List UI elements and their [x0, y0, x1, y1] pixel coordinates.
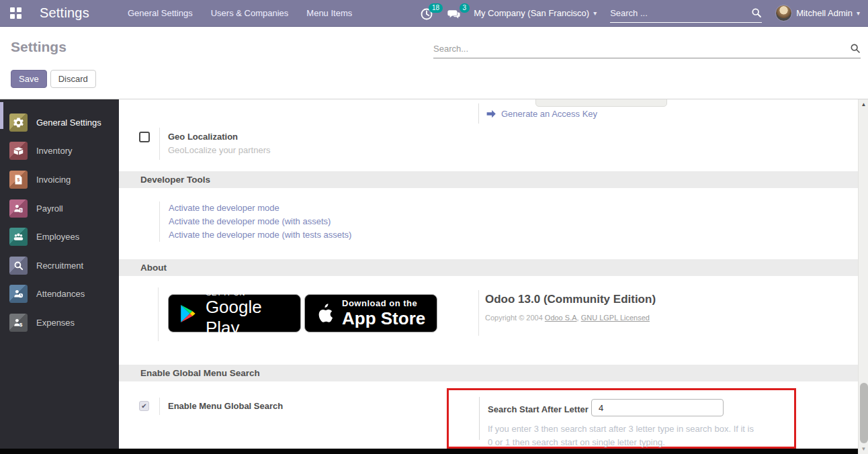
apps-menu-icon[interactable]	[10, 7, 21, 19]
scrollbar-thumb[interactable]	[860, 383, 868, 443]
discard-button[interactable]: Discard	[50, 70, 96, 88]
bottom-black-bar	[0, 449, 858, 454]
badge-tagline: GET IT ON	[206, 289, 300, 297]
sidebar-item-attendances[interactable]: Attendances	[0, 280, 119, 309]
generate-access-key-link[interactable]: Generate an Access Key	[478, 103, 597, 124]
enable-menu-global-search-label[interactable]: Enable Menu Global Search	[168, 401, 283, 411]
search-icon[interactable]	[751, 7, 762, 18]
copyright-text: Copyright © 2004	[485, 314, 545, 322]
sidebar-item-employees[interactable]: Employees	[0, 222, 119, 251]
control-panel: Settings Save Discard	[0, 27, 868, 99]
google-play-icon	[179, 304, 197, 323]
filter-search	[433, 39, 861, 58]
divider	[159, 128, 160, 160]
chat-icon	[447, 7, 461, 21]
help-line-2: 0 or 1 then search start on single lette…	[488, 436, 754, 449]
magnifier-icon	[9, 257, 28, 275]
divider	[158, 287, 159, 341]
navbar-search	[610, 4, 762, 23]
badge-store-name: App Store	[342, 308, 425, 329]
sidebar-item-invoicing[interactable]: $ Invoicing	[0, 165, 119, 194]
developer-links: Activate the developer mode Activate the…	[159, 201, 351, 242]
user-name: Mitchell Admin	[796, 8, 853, 18]
lgpl-license-link[interactable]: GNU LGPL Licensed	[581, 314, 650, 322]
app-store-badge[interactable]: Download on the App Store	[304, 294, 437, 332]
payroll-icon: $	[9, 199, 28, 218]
section-header-global-menu-search: Enable Global Menu Search	[119, 365, 858, 381]
copyright-line: Copyright © 2004 Odoo S.A, GNU LGPL Lice…	[485, 314, 650, 322]
section-header-about: About	[119, 259, 858, 276]
message-count-badge: 3	[460, 3, 470, 13]
search-icon[interactable]	[850, 43, 861, 54]
odoo-sa-link[interactable]: Odoo S.A	[545, 314, 577, 322]
badge-tagline: Download on the	[342, 298, 425, 308]
geo-localization-subtitle: GeoLocalize your partners	[168, 145, 270, 155]
access-key-label: Generate an Access Key	[501, 109, 597, 119]
avatar	[775, 5, 792, 21]
top-navbar: Settings General Settings Users & Compan…	[0, 0, 868, 27]
badge-store-name: Google Play	[206, 297, 300, 338]
search-start-after-letter-input[interactable]	[591, 399, 724, 416]
search-start-after-letter-label: Search Start After Letter	[488, 404, 589, 414]
page-title: Settings	[11, 39, 67, 55]
menu-menu-items[interactable]: Menu Items	[306, 8, 352, 18]
scroll-up-icon[interactable]: ▲	[859, 101, 868, 107]
people-icon	[9, 228, 28, 246]
highlighted-field-group: Search Start After Letter If you enter 3…	[447, 388, 796, 449]
google-play-badge[interactable]: GET IT ON Google Play	[168, 294, 301, 332]
sidebar-item-general-settings[interactable]: General Settings	[0, 108, 119, 137]
sidebar-scrollbar-thumb[interactable]	[0, 102, 3, 129]
svg-text:$: $	[17, 177, 19, 183]
sidebar-item-inventory[interactable]: Inventory	[0, 137, 119, 166]
activity-menu[interactable]: 18	[420, 6, 437, 21]
menu-users-companies[interactable]: Users & Companies	[211, 8, 289, 18]
navbar-search-input[interactable]	[610, 8, 751, 18]
invoice-icon: $	[9, 171, 28, 189]
svg-text:$: $	[20, 209, 22, 212]
chevron-down-icon: ▾	[857, 9, 860, 17]
sidebar-item-label: Inventory	[36, 146, 72, 156]
settings-sidebar: General Settings Inventory $ Invoicing $…	[0, 99, 119, 449]
sidebar-item-expenses[interactable]: $ Expenses	[0, 308, 119, 337]
sidebar-item-label: General Settings	[36, 118, 101, 128]
chevron-down-icon: ▾	[593, 9, 597, 17]
activate-dev-mode-assets-link[interactable]: Activate the developer mode (with assets…	[169, 215, 351, 228]
check-icon: ✔	[141, 402, 146, 410]
divider	[479, 397, 480, 440]
menu-general-settings[interactable]: General Settings	[128, 8, 193, 18]
scroll-down-icon[interactable]: ▼	[859, 446, 868, 452]
help-line-1: If you enter 3 then search start after 3…	[488, 422, 754, 436]
user-menu[interactable]: Mitchell Admin ▾	[775, 5, 860, 21]
gear-icon	[9, 114, 28, 132]
expense-icon: $	[9, 314, 28, 332]
attendance-icon	[9, 285, 28, 303]
app-menu: General Settings Users & Companies Menu …	[128, 8, 352, 18]
activity-count-badge: 18	[429, 3, 443, 13]
box-icon	[9, 142, 28, 160]
sidebar-item-recruitment[interactable]: Recruitment	[0, 251, 119, 280]
sidebar-item-label: Expenses	[36, 318, 75, 328]
apple-icon	[316, 304, 333, 324]
geo-localization-title[interactable]: Geo Localization	[168, 132, 270, 142]
sidebar-item-label: Invoicing	[36, 175, 71, 185]
divider	[478, 290, 479, 336]
app-title: Settings	[40, 5, 89, 21]
page-scrollbar[interactable]: ▲ ▼	[858, 99, 868, 454]
company-switcher[interactable]: My Company (San Francisco) ▾	[474, 8, 597, 18]
activate-dev-mode-tests-link[interactable]: Activate the developer mode (with tests …	[169, 228, 351, 242]
sidebar-item-label: Employees	[36, 232, 79, 242]
divider	[159, 398, 160, 415]
svg-text:$: $	[19, 322, 23, 328]
filter-search-input[interactable]	[433, 44, 850, 54]
messages-menu[interactable]: 3	[447, 6, 464, 21]
sidebar-item-label: Recruitment	[36, 261, 83, 271]
enable-menu-global-search-checkbox[interactable]: ✔	[139, 401, 149, 411]
activate-dev-mode-link[interactable]: Activate the developer mode	[169, 201, 351, 215]
arrow-right-icon	[486, 109, 496, 118]
sidebar-item-payroll[interactable]: $ Payroll	[0, 194, 119, 223]
settings-content: Generate an Access Key Geo Localization …	[119, 99, 858, 449]
save-button[interactable]: Save	[11, 70, 47, 88]
sidebar-item-label: Payroll	[36, 203, 63, 214]
geo-localization-checkbox[interactable]	[139, 132, 150, 142]
field-help-text: If you enter 3 then search start after 3…	[488, 422, 754, 449]
